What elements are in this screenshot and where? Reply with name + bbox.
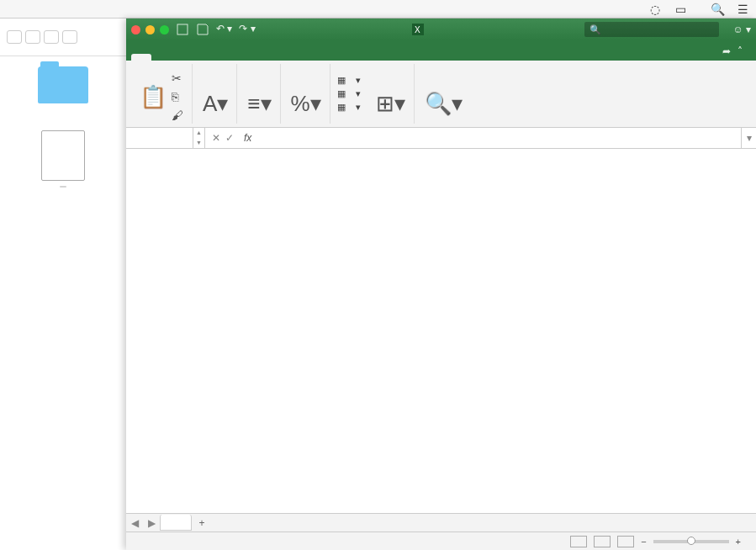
- stepper-down-icon[interactable]: ▼: [193, 138, 204, 148]
- group-editing: 🔍▾: [416, 64, 471, 124]
- tab-insert[interactable]: [151, 54, 172, 61]
- csv-file-icon[interactable]: [41, 130, 85, 181]
- menubar-right: ◌ ▭ 🔍 ☰: [648, 3, 749, 16]
- status-icon[interactable]: ◌: [648, 3, 662, 16]
- folder-icon[interactable]: [38, 66, 88, 103]
- zoom-slider[interactable]: [653, 540, 729, 543]
- conditional-formatting-button[interactable]: ▦ ▾: [337, 75, 361, 87]
- alignment-icon[interactable]: ≡▾: [247, 85, 271, 122]
- status-bar: − +: [126, 531, 756, 550]
- undo-icon[interactable]: ↶ ▾: [216, 23, 232, 36]
- formula-bar: ▲ ▼ ✕ ✓ fx ▾: [126, 128, 756, 149]
- tab-home[interactable]: [131, 54, 151, 61]
- svg-rect-0: [177, 24, 188, 34]
- sheet-tab-bar: ◀ ▶ +: [126, 513, 756, 531]
- finder-toolbar: [0, 19, 126, 56]
- sheet-nav-next-icon[interactable]: ▶: [143, 517, 160, 529]
- group-font: A▾: [194, 64, 237, 124]
- stepper-up-icon[interactable]: ▲: [193, 128, 204, 138]
- paste-icon[interactable]: 📋: [140, 78, 167, 115]
- chevron-up-icon: ˄: [737, 45, 743, 57]
- displays-icon[interactable]: ▭: [674, 3, 687, 16]
- copy-icon[interactable]: ⎘: [172, 90, 183, 103]
- file-label[interactable]: [60, 186, 66, 188]
- tab-formulas[interactable]: [192, 54, 212, 61]
- app-icon: X: [412, 24, 424, 35]
- document-title: X: [412, 24, 428, 35]
- redo-icon[interactable]: ↷ ▾: [239, 23, 255, 36]
- titlebar: ↶ ▾ ↷ ▾ X 🔍 ☺ ▾: [126, 19, 756, 40]
- search-icon: 🔍: [589, 24, 601, 35]
- fullscreen-button[interactable]: [160, 25, 169, 34]
- table-icon: ▦: [337, 88, 349, 100]
- excel-window: ↶ ▾ ↷ ▾ X 🔍 ☺ ▾ ➦ ˄ 📋: [126, 19, 756, 550]
- ribbon: 📋 ✂ ⎘ 🖌 A▾ ≡▾ %▾ ▦ ▾ ▦ ▾ ▦: [126, 61, 756, 128]
- view-icon-button[interactable]: [7, 30, 22, 44]
- formula-expand-icon[interactable]: ▾: [741, 128, 756, 148]
- view-column-button[interactable]: [44, 30, 59, 44]
- cond-fmt-icon: ▦: [337, 75, 349, 87]
- smiley-icon[interactable]: ☺ ▾: [732, 24, 751, 35]
- view-page-layout-button[interactable]: [594, 536, 611, 547]
- fx-icon[interactable]: fx: [241, 132, 255, 144]
- formula-buttons: ✕ ✓: [205, 132, 241, 144]
- view-page-break-button[interactable]: [617, 536, 634, 547]
- tab-view[interactable]: [252, 54, 272, 61]
- sheet-tab[interactable]: [160, 515, 192, 531]
- cells-icon[interactable]: ⊞▾: [376, 85, 405, 122]
- view-list-button[interactable]: [25, 30, 40, 44]
- tab-review[interactable]: [232, 54, 252, 61]
- finder-window: [0, 19, 126, 550]
- enter-icon[interactable]: ✓: [225, 132, 234, 144]
- number-icon[interactable]: %▾: [291, 85, 321, 122]
- group-number: %▾: [283, 64, 330, 124]
- sheet-nav-prev-icon[interactable]: ◀: [126, 517, 143, 529]
- cell-styles-icon: ▦: [337, 102, 349, 114]
- view-gallery-button[interactable]: [62, 30, 77, 44]
- ribbon-tabs: ➦ ˄: [126, 40, 756, 61]
- mac-menubar: ◌ ▭ 🔍 ☰: [0, 0, 756, 19]
- format-painter-icon[interactable]: 🖌: [172, 108, 183, 122]
- window-controls: [131, 25, 169, 34]
- tab-page-layout[interactable]: [172, 54, 192, 61]
- zoom-in-button[interactable]: +: [736, 537, 741, 547]
- home-icon[interactable]: [176, 23, 189, 36]
- cut-icon[interactable]: ✂: [172, 71, 183, 85]
- font-icon[interactable]: A▾: [203, 85, 228, 122]
- group-cells: ⊞▾: [367, 64, 415, 124]
- zoom-out-button[interactable]: −: [641, 537, 646, 547]
- cell-styles-button[interactable]: ▦ ▾: [337, 102, 361, 114]
- list-icon[interactable]: ☰: [736, 3, 749, 16]
- add-sheet-button[interactable]: +: [192, 517, 212, 529]
- close-button[interactable]: [131, 25, 140, 34]
- cancel-icon[interactable]: ✕: [212, 132, 220, 144]
- spotlight-icon[interactable]: 🔍: [711, 3, 724, 16]
- tab-data[interactable]: [212, 54, 232, 61]
- finder-body: [0, 56, 126, 198]
- name-box[interactable]: [126, 128, 193, 148]
- quick-access-toolbar: ↶ ▾ ↷ ▾: [176, 23, 256, 36]
- group-styles: ▦ ▾ ▦ ▾ ▦ ▾: [332, 64, 366, 124]
- share-icon: ➦: [722, 45, 731, 57]
- minimize-button[interactable]: [145, 25, 155, 34]
- namebox-steppers[interactable]: ▲ ▼: [193, 128, 205, 148]
- format-as-table-button[interactable]: ▦ ▾: [337, 88, 361, 100]
- share-button[interactable]: ➦ ˄: [714, 42, 751, 61]
- svg-text:X: X: [415, 25, 420, 34]
- editing-icon[interactable]: 🔍▾: [425, 85, 463, 122]
- grid-area[interactable]: [126, 149, 756, 513]
- group-clipboard: 📋 ✂ ⎘ 🖌: [131, 64, 193, 124]
- search-sheet-input[interactable]: 🔍: [584, 22, 719, 37]
- save-icon[interactable]: [196, 23, 209, 36]
- view-normal-button[interactable]: [570, 536, 587, 547]
- group-alignment: ≡▾: [239, 64, 280, 124]
- zoom-knob[interactable]: [687, 537, 695, 545]
